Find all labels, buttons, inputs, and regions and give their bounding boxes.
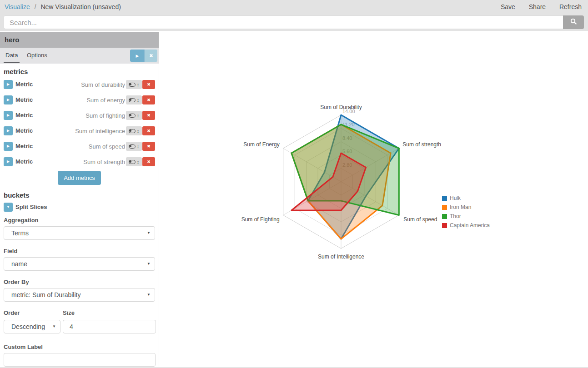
expand-metric-button[interactable]: ▶	[4, 111, 13, 120]
disable-toggle-icon[interactable]	[129, 160, 136, 164]
metric-agg-label: Sum of intelligence	[75, 128, 125, 134]
remove-metric-button[interactable]: ✖	[142, 126, 155, 135]
metric-row: ▶ Metric Sum of fighting ↕ ✖	[0, 108, 159, 123]
top-navbar: Visualize / New Visualization (unsaved) …	[0, 0, 588, 14]
search-submit-button[interactable]	[563, 15, 584, 29]
order-size-row: Order Size Descending ▼	[4, 302, 155, 336]
search-bar	[0, 14, 588, 31]
order-by-select[interactable]: metric: Sum of Durability ▼	[4, 288, 155, 302]
share-button[interactable]: Share	[529, 3, 546, 10]
legend-label: Hulk	[450, 195, 461, 201]
size-label: Size	[63, 309, 75, 316]
move-updown-icon[interactable]: ↕	[137, 82, 140, 87]
close-icon: ✖	[147, 129, 151, 133]
order-select-value: Descending	[11, 323, 45, 330]
order-select[interactable]: Descending ▼	[4, 320, 60, 333]
metric-agg-label: Sum of strength	[83, 159, 125, 165]
metric-type-label: Metric	[15, 96, 33, 103]
legend-swatch	[442, 196, 447, 201]
legend-item-hulk[interactable]: Hulk	[442, 194, 490, 203]
tab-data[interactable]: Data	[4, 48, 20, 63]
svg-text:Sum of Durability: Sum of Durability	[320, 104, 362, 110]
select-caret-icon: ▼	[51, 320, 56, 333]
move-updown-icon[interactable]: ↕	[137, 129, 140, 134]
expand-metric-button[interactable]: ▶	[4, 80, 13, 89]
expand-metric-button[interactable]: ▶	[4, 157, 13, 166]
size-input[interactable]	[63, 320, 156, 333]
breadcrumb: Visualize / New Visualization (unsaved)	[5, 0, 121, 14]
order-label: Order	[4, 309, 20, 316]
metric-controls-pill: ↕	[126, 142, 142, 151]
custom-label-input[interactable]	[4, 353, 156, 367]
aggregation-label: Aggregation	[4, 217, 155, 224]
move-updown-icon[interactable]: ↕	[137, 98, 140, 103]
move-updown-icon[interactable]: ↕	[137, 144, 140, 149]
legend-item-iron-man[interactable]: Iron Man	[442, 203, 490, 212]
search-input[interactable]	[4, 15, 563, 29]
svg-text:Sum of Intelligence: Sum of Intelligence	[318, 254, 364, 260]
disable-toggle-icon[interactable]	[129, 98, 136, 102]
refresh-button[interactable]: Refresh	[559, 3, 582, 10]
aggregation-select[interactable]: Terms ▼	[4, 226, 155, 240]
metrics-section-heading: metrics	[0, 64, 159, 77]
tab-options[interactable]: Options	[25, 48, 49, 63]
select-caret-icon: ▼	[147, 227, 151, 239]
field-select[interactable]: name ▼	[4, 257, 155, 271]
breadcrumb-visualize-link[interactable]: Visualize	[5, 3, 30, 10]
remove-metric-button[interactable]: ✖	[142, 142, 155, 151]
add-metrics-button[interactable]: Add metrics	[58, 171, 101, 185]
collapse-bucket-button[interactable]: ▼	[4, 203, 13, 212]
play-icon: ▶	[7, 159, 10, 164]
close-icon: ✖	[149, 53, 153, 58]
metric-controls-pill: ↕	[126, 126, 142, 135]
close-icon: ✖	[147, 159, 151, 164]
field-label: Field	[4, 248, 155, 254]
remove-metric-button[interactable]: ✖	[142, 80, 155, 89]
legend-item-thor[interactable]: Thor	[442, 212, 490, 221]
radar-chart: 2.805.608.4011.2014.00Sum of DurabilityS…	[160, 32, 588, 367]
topbar-actions: Save Share Refresh	[489, 0, 582, 14]
remove-metric-button[interactable]: ✖	[142, 95, 155, 104]
bucket-type-label: Split Slices	[15, 204, 47, 210]
move-updown-icon[interactable]: ↕	[137, 159, 140, 164]
metric-type-label: Metric	[15, 143, 33, 149]
expand-metric-button[interactable]: ▶	[4, 95, 13, 104]
svg-text:Sum of Energy: Sum of Energy	[243, 141, 279, 148]
expand-metric-button[interactable]: ▶	[4, 126, 13, 135]
play-icon: ▶	[7, 82, 10, 86]
visualization-canvas: 2.805.608.4011.2014.00Sum of DurabilityS…	[160, 32, 588, 367]
legend-label: Iron Man	[450, 204, 471, 210]
metric-row: ▶ Metric Sum of energy ↕ ✖	[0, 92, 159, 108]
remove-metric-button[interactable]: ✖	[142, 157, 155, 166]
select-caret-icon: ▼	[147, 288, 151, 301]
metric-type-label: Metric	[15, 112, 33, 119]
order-by-select-value: metric: Sum of Durability	[11, 291, 80, 298]
disable-toggle-icon[interactable]	[129, 144, 136, 149]
search-icon	[570, 18, 577, 26]
metric-row: ▶ Metric Sum of speed ↕ ✖	[0, 139, 159, 154]
play-icon: ▶	[7, 113, 10, 117]
metric-row: ▶ Metric Sum of durability ↕ ✖	[0, 77, 159, 92]
legend-item-captain-america[interactable]: Captain America	[442, 221, 490, 230]
apply-changes-button[interactable]: ▶	[130, 50, 145, 62]
discard-changes-button[interactable]: ✖	[145, 50, 157, 62]
aggregation-select-value: Terms	[11, 229, 29, 237]
expand-metric-button[interactable]: ▶	[4, 142, 13, 151]
metric-type-label: Metric	[15, 158, 33, 165]
chevron-down-icon: ▼	[7, 205, 10, 209]
svg-text:Sum of speed: Sum of speed	[403, 216, 437, 223]
metric-agg-label: Sum of durability	[81, 81, 125, 88]
save-button[interactable]: Save	[501, 3, 515, 10]
split-slices-row: ▼ Split Slices	[0, 201, 159, 214]
remove-metric-button[interactable]: ✖	[142, 111, 155, 120]
disable-toggle-icon[interactable]	[129, 129, 136, 133]
disable-toggle-icon[interactable]	[129, 83, 136, 87]
index-pattern-header: hero	[0, 32, 159, 48]
play-icon: ▶	[7, 144, 10, 148]
legend-label: Captain America	[450, 222, 490, 229]
move-updown-icon[interactable]: ↕	[137, 113, 140, 118]
disable-toggle-icon[interactable]	[129, 114, 136, 118]
page-bottom-divider	[0, 367, 588, 368]
legend-label: Thor	[450, 213, 461, 219]
breadcrumb-separator: /	[35, 3, 36, 10]
